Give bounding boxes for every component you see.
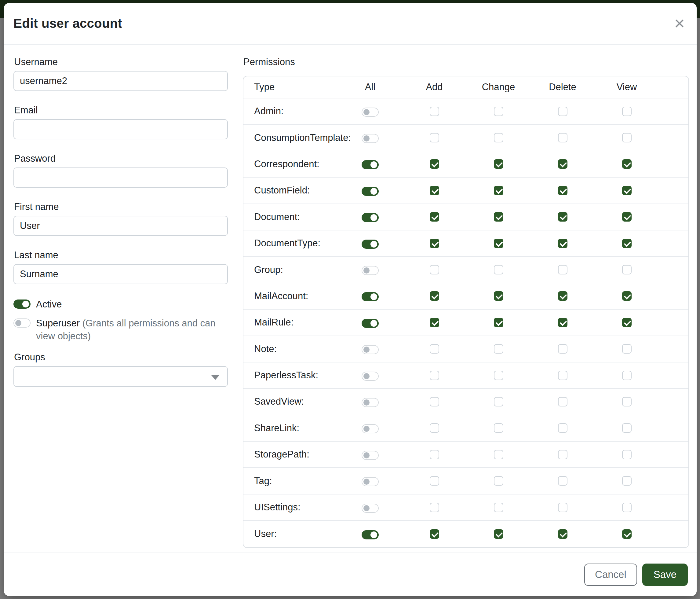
permission-delete-checkbox[interactable] — [558, 371, 568, 380]
active-toggle[interactable] — [14, 300, 30, 309]
permission-view-checkbox[interactable] — [622, 529, 632, 539]
permission-add-checkbox[interactable] — [430, 107, 439, 116]
permission-delete-checkbox[interactable] — [558, 318, 568, 327]
permission-all-toggle[interactable] — [361, 424, 379, 433]
permission-all-toggle[interactable] — [361, 345, 379, 354]
permission-view-checkbox[interactable] — [622, 159, 632, 169]
permission-view-checkbox[interactable] — [622, 291, 632, 301]
permission-all-toggle[interactable] — [361, 292, 379, 301]
permission-view-checkbox[interactable] — [622, 371, 632, 380]
save-button[interactable]: Save — [642, 564, 688, 586]
permission-delete-checkbox[interactable] — [558, 186, 568, 195]
password-input[interactable] — [14, 167, 228, 188]
permission-view-checkbox[interactable] — [622, 423, 632, 433]
permission-change-checkbox[interactable] — [494, 476, 503, 486]
permission-change-checkbox[interactable] — [494, 107, 503, 116]
permission-all-toggle[interactable] — [361, 187, 379, 196]
permission-delete-checkbox[interactable] — [558, 133, 568, 142]
permission-delete-checkbox[interactable] — [558, 423, 568, 433]
permission-delete-checkbox[interactable] — [558, 265, 568, 274]
permission-add-checkbox[interactable] — [430, 291, 439, 301]
cancel-button[interactable]: Cancel — [584, 564, 637, 586]
permission-row: Admin: — [243, 98, 689, 125]
permission-change-checkbox[interactable] — [494, 291, 503, 301]
permission-view-checkbox[interactable] — [622, 450, 632, 459]
permission-all-toggle[interactable] — [361, 319, 379, 328]
permission-delete-checkbox[interactable] — [558, 291, 568, 301]
permission-change-checkbox[interactable] — [494, 503, 503, 512]
permission-change-checkbox[interactable] — [494, 344, 503, 354]
last-name-input[interactable] — [14, 264, 228, 284]
permission-row: Note: — [243, 336, 689, 362]
permission-view-checkbox[interactable] — [622, 344, 632, 354]
permission-view-checkbox[interactable] — [622, 239, 632, 248]
permission-add-checkbox[interactable] — [430, 186, 439, 195]
permission-view-checkbox[interactable] — [622, 133, 632, 142]
close-button[interactable]: × — [670, 14, 689, 33]
permission-delete-checkbox[interactable] — [558, 476, 568, 486]
permission-change-checkbox[interactable] — [494, 450, 503, 459]
permission-delete-checkbox[interactable] — [558, 239, 568, 248]
permission-add-checkbox[interactable] — [430, 423, 439, 433]
permission-delete-checkbox[interactable] — [558, 107, 568, 116]
permission-change-checkbox[interactable] — [494, 265, 503, 274]
permission-change-checkbox[interactable] — [494, 239, 503, 248]
permission-delete-checkbox[interactable] — [558, 397, 568, 406]
permission-delete-checkbox[interactable] — [558, 344, 568, 354]
permission-row: MailRule: — [243, 310, 689, 336]
permission-view-checkbox[interactable] — [622, 503, 632, 512]
permission-change-checkbox[interactable] — [494, 529, 503, 539]
permission-add-checkbox[interactable] — [430, 397, 439, 406]
permission-add-checkbox[interactable] — [430, 239, 439, 248]
permission-all-toggle[interactable] — [361, 477, 379, 486]
username-input[interactable] — [14, 71, 228, 91]
permission-delete-checkbox[interactable] — [558, 503, 568, 512]
first-name-input[interactable] — [14, 216, 228, 236]
permission-add-checkbox[interactable] — [430, 529, 439, 539]
permission-add-checkbox[interactable] — [430, 371, 439, 380]
permission-add-checkbox[interactable] — [430, 133, 439, 142]
permission-change-checkbox[interactable] — [494, 212, 503, 221]
permission-change-checkbox[interactable] — [494, 186, 503, 195]
permission-delete-checkbox[interactable] — [558, 529, 568, 539]
permission-change-checkbox[interactable] — [494, 133, 503, 142]
email-input[interactable] — [14, 119, 228, 139]
column-header-all: All — [338, 81, 402, 93]
permission-view-checkbox[interactable] — [622, 318, 632, 327]
permission-all-toggle[interactable] — [361, 240, 379, 249]
permission-all-toggle[interactable] — [361, 107, 379, 117]
permission-delete-checkbox[interactable] — [558, 450, 568, 459]
permission-view-checkbox[interactable] — [622, 186, 632, 195]
permission-view-checkbox[interactable] — [622, 107, 632, 116]
permission-change-checkbox[interactable] — [494, 397, 503, 406]
groups-select[interactable] — [14, 366, 228, 387]
permission-all-toggle[interactable] — [361, 504, 379, 513]
permission-add-checkbox[interactable] — [430, 159, 439, 169]
permission-add-checkbox[interactable] — [430, 265, 439, 274]
permission-change-checkbox[interactable] — [494, 423, 503, 433]
permission-all-toggle[interactable] — [361, 530, 379, 540]
permission-change-checkbox[interactable] — [494, 159, 503, 169]
permission-add-checkbox[interactable] — [430, 212, 439, 221]
permission-all-toggle[interactable] — [361, 372, 379, 381]
permission-all-toggle[interactable] — [361, 134, 379, 143]
permission-delete-checkbox[interactable] — [558, 159, 568, 169]
permission-view-checkbox[interactable] — [622, 265, 632, 274]
permission-view-checkbox[interactable] — [622, 476, 632, 486]
permission-all-toggle[interactable] — [361, 398, 379, 407]
permission-change-checkbox[interactable] — [494, 371, 503, 380]
permission-add-checkbox[interactable] — [430, 476, 439, 486]
permission-delete-checkbox[interactable] — [558, 212, 568, 221]
permission-add-checkbox[interactable] — [430, 450, 439, 459]
permission-add-checkbox[interactable] — [430, 318, 439, 327]
permission-add-checkbox[interactable] — [430, 344, 439, 354]
permission-change-checkbox[interactable] — [494, 318, 503, 327]
permission-all-toggle[interactable] — [361, 266, 379, 275]
permission-all-toggle[interactable] — [361, 160, 379, 169]
permission-add-checkbox[interactable] — [430, 503, 439, 512]
permission-all-toggle[interactable] — [361, 213, 379, 222]
permission-view-checkbox[interactable] — [622, 212, 632, 221]
permission-all-toggle[interactable] — [361, 451, 379, 460]
superuser-toggle[interactable] — [14, 318, 30, 328]
permission-view-checkbox[interactable] — [622, 397, 632, 406]
